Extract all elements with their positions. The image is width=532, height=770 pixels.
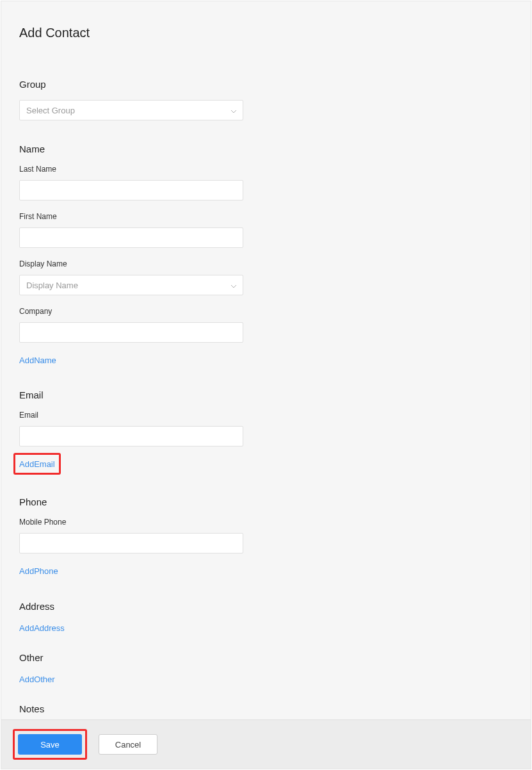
email-group: Email bbox=[19, 411, 531, 446]
notes-section: Notes AddNotes bbox=[19, 703, 531, 719]
email-section: Email Email AddEmail bbox=[19, 389, 531, 475]
other-section-title: Other bbox=[19, 652, 531, 663]
company-input[interactable] bbox=[19, 322, 243, 343]
name-section-title: Name bbox=[19, 143, 531, 154]
name-section: Name Last Name First Name Display Name D… bbox=[19, 143, 531, 366]
email-label: Email bbox=[19, 411, 531, 420]
company-group: Company bbox=[19, 307, 531, 343]
email-input[interactable] bbox=[19, 426, 243, 446]
group-section: Group Select Group bbox=[19, 79, 531, 120]
last-name-input[interactable] bbox=[19, 180, 243, 201]
mobile-phone-group: Mobile Phone bbox=[19, 518, 531, 553]
company-label: Company bbox=[19, 307, 531, 316]
add-name-link[interactable]: AddName bbox=[19, 355, 56, 366]
add-other-link[interactable]: AddOther bbox=[19, 674, 55, 685]
page-title: Add Contact bbox=[19, 26, 531, 40]
first-name-label: First Name bbox=[19, 212, 531, 221]
add-email-highlight: AddEmail bbox=[13, 453, 61, 475]
cancel-button[interactable]: Cancel bbox=[99, 734, 157, 755]
save-button[interactable]: Save bbox=[18, 734, 82, 755]
mobile-phone-label: Mobile Phone bbox=[19, 518, 531, 527]
last-name-label: Last Name bbox=[19, 165, 531, 174]
mobile-phone-input[interactable] bbox=[19, 533, 243, 553]
add-phone-link[interactable]: AddPhone bbox=[19, 566, 58, 577]
address-section-title: Address bbox=[19, 601, 531, 612]
first-name-group: First Name bbox=[19, 212, 531, 248]
notes-section-title: Notes bbox=[19, 703, 531, 714]
save-button-highlight: Save bbox=[13, 729, 87, 760]
form-content: Add Contact Group Select Group Name Last… bbox=[1, 1, 531, 719]
address-section: Address AddAddress bbox=[19, 601, 531, 634]
phone-section-title: Phone bbox=[19, 496, 531, 507]
form-footer: Save Cancel bbox=[1, 719, 531, 769]
email-section-title: Email bbox=[19, 389, 531, 400]
other-section: Other AddOther bbox=[19, 652, 531, 685]
display-name-group: Display Name Display Name bbox=[19, 259, 531, 295]
group-select-value: Select Group bbox=[19, 100, 243, 120]
group-section-title: Group bbox=[19, 79, 531, 90]
phone-section: Phone Mobile Phone AddPhone bbox=[19, 496, 531, 577]
group-select[interactable]: Select Group bbox=[19, 100, 243, 120]
display-name-select-value: Display Name bbox=[19, 275, 243, 295]
first-name-input[interactable] bbox=[19, 227, 243, 248]
add-contact-form: Add Contact Group Select Group Name Last… bbox=[1, 1, 531, 769]
display-name-select[interactable]: Display Name bbox=[19, 275, 243, 295]
display-name-label: Display Name bbox=[19, 259, 531, 268]
last-name-group: Last Name bbox=[19, 165, 531, 201]
add-address-link[interactable]: AddAddress bbox=[19, 623, 65, 634]
add-email-link[interactable]: AddEmail bbox=[19, 459, 55, 470]
